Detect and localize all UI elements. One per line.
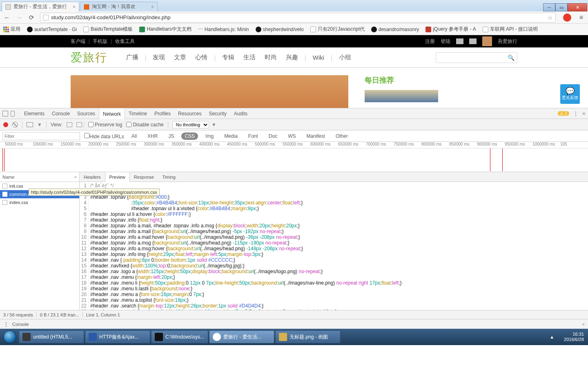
clear-icon[interactable] [12, 122, 18, 128]
filter-font[interactable]: Font [245, 132, 261, 140]
console-label[interactable]: Console [12, 322, 29, 327]
filter-ws[interactable]: WS [285, 132, 299, 140]
tab-timeline[interactable]: Timeline [125, 108, 151, 119]
tab-audits[interactable]: Audits [230, 108, 251, 119]
tab-resources[interactable]: Resources [174, 108, 205, 119]
view-large-icon[interactable] [67, 122, 72, 127]
reco-image[interactable] [365, 90, 438, 102]
tab-sources[interactable]: Sources [74, 108, 99, 119]
menu-item[interactable]: Wiki [313, 54, 324, 61]
filter-icon[interactable]: ▼ [37, 122, 42, 128]
view-small-icon[interactable] [76, 122, 82, 127]
feedback-button[interactable]: 💬 意见反馈 [560, 84, 580, 104]
menu-item[interactable]: 专辑 [222, 54, 234, 61]
bookmark-item[interactable]: 只有20行Javascript代 [310, 26, 365, 33]
filter-all[interactable]: All [128, 132, 140, 140]
tab-timing[interactable]: Timing [158, 172, 180, 182]
search-box[interactable]: 🔍 [436, 52, 517, 63]
filter-xhr[interactable]: XHR [144, 132, 161, 140]
tab-headers[interactable]: Headers [80, 172, 105, 182]
filter-css[interactable]: CSS [181, 132, 198, 140]
device-icon[interactable] [11, 111, 15, 117]
bookmark-item[interactable]: aui/artTemplate · Gi [27, 27, 77, 32]
menu-item[interactable]: 生活 [243, 54, 256, 61]
tab-network[interactable]: Network [99, 108, 125, 119]
dock-icon[interactable] [2, 111, 8, 117]
system-tray[interactable]: ▲ 16:31 2016/6/28 [550, 332, 586, 342]
search-icon[interactable]: 🔍 [508, 54, 514, 61]
clock[interactable]: 16:31 2016/6/28 [564, 332, 584, 342]
network-timeline[interactable]: 50000 ms100000 ms150000 ms200000 ms25000… [0, 142, 588, 172]
code-preview[interactable]: 123456789101112131415161718192021222324 … [80, 182, 588, 310]
filter-input[interactable] [2, 132, 80, 140]
bookmark-item[interactable]: 〰Handlebars.js: Minin [198, 27, 249, 32]
tab-preview[interactable]: Preview [105, 172, 130, 182]
taskbar-item[interactable]: HTTP服务&Ajax... [85, 330, 150, 343]
bookmark-item[interactable]: jQuery 参考手册 - A [425, 26, 476, 33]
menu-item[interactable]: 发现 [153, 54, 165, 61]
request-row[interactable]: index.css [0, 198, 79, 206]
menu-item[interactable]: 文章 [174, 54, 186, 61]
tab-close-icon[interactable]: × [151, 4, 154, 10]
topnav-link[interactable]: 手机版 [93, 38, 107, 44]
record-icon[interactable] [3, 122, 8, 127]
dropdown-icon[interactable]: ▼ [212, 122, 216, 128]
tab-close-icon[interactable]: × [73, 4, 76, 10]
bookmark-item[interactable]: Handlebars中文文档 [139, 26, 191, 33]
tab-security[interactable]: Security [205, 108, 230, 119]
drawer-close-icon[interactable]: × [582, 322, 585, 327]
screenshot-icon[interactable] [27, 122, 33, 127]
disable-cache-checkbox[interactable]: Disable cache [126, 122, 163, 128]
browser-tab-inactive[interactable]: 淘宝网 - 淘！我喜欢 × [80, 2, 158, 11]
opera-icon[interactable] [563, 13, 571, 22]
topnav-link[interactable]: 客户端 [71, 38, 85, 44]
mail-icon[interactable] [456, 38, 463, 44]
apps-button[interactable]: 应用 [3, 26, 20, 33]
star-icon[interactable]: ☆ [548, 14, 553, 21]
bookmark-item[interactable]: BaiduTemplate模板 [83, 26, 133, 33]
filter-doc[interactable]: Doc [265, 132, 281, 140]
maximize-button[interactable]: ▭ [555, 3, 568, 11]
logo[interactable]: 爱旅行 [71, 50, 107, 65]
tab-elements[interactable]: Elements [20, 108, 48, 119]
devtools-close-icon[interactable]: × [582, 110, 586, 117]
tab-profiles[interactable]: Profiles [151, 108, 174, 119]
login-link[interactable]: 登陆 [441, 38, 450, 45]
tray-up-icon[interactable]: ▲ [550, 334, 554, 339]
avatar[interactable] [482, 36, 492, 46]
more-icon[interactable]: ⋮ [573, 111, 578, 117]
tray-icon[interactable] [556, 334, 562, 340]
back-icon[interactable]: ← [3, 14, 11, 21]
taskbar-item-active[interactable]: 爱旅行 - 爱生活... [209, 330, 274, 343]
topnav-link[interactable]: 收集工具 [115, 38, 135, 44]
filter-manifest[interactable]: Manifest [303, 132, 328, 140]
close-window-button[interactable]: ✕ [568, 3, 587, 11]
browser-tab-active[interactable]: 爱旅行 - 爱生活，爱旅行 × [2, 2, 79, 11]
warning-badge[interactable]: ⚠ 1 [558, 111, 569, 116]
reload-icon[interactable]: ⟳ [28, 14, 35, 21]
forward-icon[interactable]: → [16, 14, 23, 21]
filter-js[interactable]: JS [165, 132, 177, 140]
tab-response[interactable]: Response [130, 172, 158, 182]
bookmark-item[interactable]: 车联网 API - 接口说明 [483, 26, 538, 33]
drawer-menu-icon[interactable]: ⋮ [3, 321, 9, 328]
minimize-button[interactable]: ─ [543, 3, 555, 11]
throttle-select[interactable]: No throttling [172, 121, 209, 128]
filter-other[interactable]: Other [332, 132, 351, 140]
taskbar-item[interactable]: 无标题.png - 画图 [275, 330, 341, 343]
bookmark-item[interactable]: shepherdwind/velo [256, 27, 304, 32]
preserve-log-checkbox[interactable]: Preserve log [88, 122, 122, 128]
menu-item[interactable]: 时尚 [265, 54, 277, 61]
register-link[interactable]: 注册 [425, 38, 435, 45]
taskbar-item[interactable]: C:\Windows\sys... [151, 330, 208, 343]
menu-icon[interactable]: ≡ [579, 14, 583, 21]
hide-data-checkbox[interactable]: Hide data URLs [84, 133, 124, 139]
menu-item[interactable]: 心情 [195, 54, 207, 61]
msg-icon[interactable] [469, 38, 477, 44]
filter-media[interactable]: Media [221, 132, 241, 140]
filter-img[interactable]: Img [202, 132, 217, 140]
taskbar-item[interactable]: untitled (HTML5... [19, 330, 84, 343]
close-pane-icon[interactable]: × [74, 175, 77, 180]
menu-item[interactable]: 兴趣 [286, 54, 298, 61]
tab-console[interactable]: Console [48, 108, 74, 119]
